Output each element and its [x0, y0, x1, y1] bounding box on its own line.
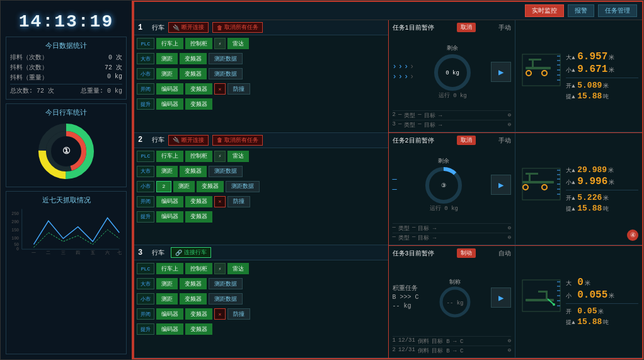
equip-btn-biandian-xiao[interactable]: 变频器	[180, 68, 207, 79]
play-btn-1[interactable]: ▶	[491, 62, 511, 82]
equip-3-btn-xinche[interactable]: 行车上	[156, 263, 183, 274]
play-btn-2[interactable]: ▶	[491, 175, 511, 195]
equip-2-x-icon: ✕	[214, 196, 226, 207]
equip-2-ti: 提升 编码器 变频器	[137, 210, 386, 224]
task-3-title: 任务3目前暂停	[393, 249, 434, 258]
equip-1-tisheng: 提升 编码器 变频器	[137, 97, 386, 111]
equip-2-btn-biandian-ti[interactable]: 变频器	[185, 211, 212, 223]
train-3-body: PLC 行车上 控制柜 ⚡ 雷达 大市 测距 变频器 测距数据	[134, 260, 388, 357]
meter-1-lift: 提▲ 15.88 吨	[566, 91, 638, 101]
equip-btn-leida[interactable]: 雷达	[227, 38, 249, 49]
equip-3-btn-celi-da[interactable]: 测距	[156, 278, 178, 289]
meter-1-small: 小▲ 9.671 米	[566, 64, 638, 75]
train-2-disconnect-btn[interactable]: 🔌断开连接	[168, 135, 209, 146]
equip-2-btn-celi-da[interactable]: 测距	[156, 166, 178, 177]
meter-1-open-unit: 米	[603, 82, 609, 90]
train-3-connect-btn[interactable]: 🔗连接行车	[171, 247, 211, 258]
equip-btn-celi-xiao[interactable]: 测距	[156, 68, 178, 79]
equip-2-plc: PLC 行车上 控制柜 ⚡ 雷达	[137, 149, 386, 163]
equip-2-btn-celi-xiao[interactable]: 测距	[173, 181, 195, 192]
task-2-info-row-a: —类型—目标 →⊖	[393, 223, 512, 233]
equip-btn-xinche[interactable]: 行车上	[156, 38, 183, 49]
equip-3-btn-bianma-ti[interactable]: 编码器	[156, 323, 183, 335]
equip-2-btn-biandian[interactable]: 变频器	[185, 196, 212, 207]
meter-2-open-val: 5.226	[577, 193, 602, 202]
meter-1-visual	[519, 51, 563, 89]
equip-2-btn-biandian-da[interactable]: 变频器	[180, 166, 207, 177]
line-chart: 250 200 150 100 50 0 一 二 三 四 五 六 七	[10, 207, 122, 258]
top-bar: 实时监控 报警 任务管理	[134, 2, 642, 20]
equip-3-btn-kongzhi[interactable]: 控制柜	[185, 263, 212, 274]
equip-btn-bianma-ti[interactable]: 编码器	[156, 98, 183, 110]
task-3-badge: 制动	[457, 248, 476, 258]
equip-3-btn-biandian[interactable]: 变频器	[185, 308, 212, 320]
meter-1-large: 大▲ 6.957 米	[566, 51, 638, 62]
equip-2-btn-leida[interactable]: 雷达	[227, 151, 249, 162]
equip-3-btn-fangzhuang[interactable]: 防撞	[227, 308, 250, 320]
svg-text:三: 三	[61, 250, 66, 255]
meter-2-small-unit: 米	[609, 178, 614, 187]
svg-rect-48	[526, 173, 538, 175]
equip-btn-bianma-kai[interactable]: 编码器	[156, 83, 183, 95]
topbar-btn-task[interactable]: 任务管理	[598, 4, 637, 17]
meter-2-small-val: 9.996	[577, 176, 607, 187]
equip-2-size-xiao: 2	[156, 181, 171, 192]
meter-2-lift-unit: 吨	[603, 205, 609, 213]
meter-3-open-val: 0.05	[577, 306, 597, 316]
equip-3-tag-xiao: 小市	[137, 293, 154, 305]
equip-3-x-icon: ✕	[214, 308, 226, 320]
stat-row-shake: 抖料（次数） 72 次	[10, 63, 122, 72]
meter-2-lift-prefix: 提▲	[566, 205, 576, 213]
play-btn-3[interactable]: ▶	[491, 287, 511, 308]
equip-btn-biandian-da[interactable]: 变频器	[180, 53, 207, 64]
task-1-arrows: ›››› ››››	[393, 62, 415, 81]
equip-3-btn-biandian-ti[interactable]: 变频器	[185, 323, 212, 335]
equip-2-btn-xinche[interactable]: 行车上	[156, 151, 183, 162]
equip-1-kaifei: 开闭 编码器 变频器 ✕ 防撞	[137, 82, 386, 96]
meter-2-lift: 提▲ 15.88 吨	[566, 204, 638, 213]
svg-text:六: 六	[105, 250, 110, 255]
train-2-cancel-btn[interactable]: 🗑取消所有任务	[212, 135, 263, 146]
equip-2-kai: 开闭 编码器 变频器 ✕ 防撞	[137, 195, 386, 209]
gauge-3-svg: -- kg	[436, 286, 474, 318]
topbar-btn-alarm[interactable]: 报警	[568, 4, 594, 17]
equip-2-btn-biandian-xiao[interactable]: 变频器	[197, 181, 224, 192]
train-1-disconnect-btn[interactable]: 🔌断开连接	[168, 22, 209, 33]
task-1-gauge: 剩余 0 kg 运行 0 kg	[418, 44, 487, 100]
equip-3-btn-biandian-da[interactable]: 变频器	[180, 278, 207, 289]
donut-chart: ①	[38, 123, 95, 180]
topbar-btn-monitor[interactable]: 实时监控	[525, 4, 564, 17]
meter-1-lift-val: 15.88	[577, 91, 602, 101]
meter-2-visual	[519, 165, 563, 203]
equip-btn-biandian-ti[interactable]: 变频器	[185, 98, 212, 110]
equip-btn-data-xiao[interactable]: 测距数据	[209, 68, 243, 79]
equip-3-btn-leida[interactable]: 雷达	[227, 263, 249, 274]
meter-3-open-prefix: 开	[566, 308, 576, 316]
equip-btn-biandian-kai[interactable]: 变频器	[185, 83, 212, 95]
equip-2-btn-data-xiao[interactable]: 测距数据	[226, 181, 260, 192]
equip-3-btn-biandian-xiao[interactable]: 变频器	[180, 293, 207, 305]
stat-label-weight: 抖料（重量）	[10, 73, 48, 82]
svg-text:①: ①	[62, 146, 71, 156]
equip-tag-kai: 开闭	[137, 83, 154, 95]
equip-btn-kongzhi[interactable]: 控制柜	[185, 38, 212, 49]
total-count: 总次数: 72 次	[10, 86, 54, 95]
equip-2-btn-bianma[interactable]: 编码器	[156, 196, 183, 207]
equip-btn-celi-da[interactable]: 测距	[156, 53, 178, 64]
equip-3-btn-celi-xiao[interactable]: 测距	[156, 293, 178, 305]
train-1-cancel-btn[interactable]: 🗑取消所有任务	[212, 22, 263, 33]
meter-1-lift-unit: 吨	[603, 93, 609, 101]
meter-1-large-prefix: 大▲	[566, 54, 576, 62]
equip-2-btn-bianma-ti[interactable]: 编码器	[156, 211, 183, 223]
equip-3-btn-data-xiao[interactable]: 测距数据	[209, 293, 243, 305]
equip-2-btn-kongzhi[interactable]: 控制柜	[185, 151, 212, 162]
equip-2-btn-fangzhuang[interactable]: 防撞	[227, 196, 250, 207]
equip-2-btn-data-da[interactable]: 测距数据	[209, 166, 243, 177]
equip-3-btn-data-da[interactable]: 测距数据	[209, 278, 243, 289]
equip-btn-data-da[interactable]: 测距数据	[209, 53, 243, 64]
meter-1-open-prefix: 开▲	[566, 82, 576, 90]
equip-3-btn-bianma[interactable]: 编码器	[156, 308, 183, 320]
meter-1-lift-prefix: 提▲	[566, 93, 576, 101]
equip-btn-fangzhuang[interactable]: 防撞	[227, 83, 250, 95]
equip-3-tag-ti: 提升	[137, 323, 154, 335]
